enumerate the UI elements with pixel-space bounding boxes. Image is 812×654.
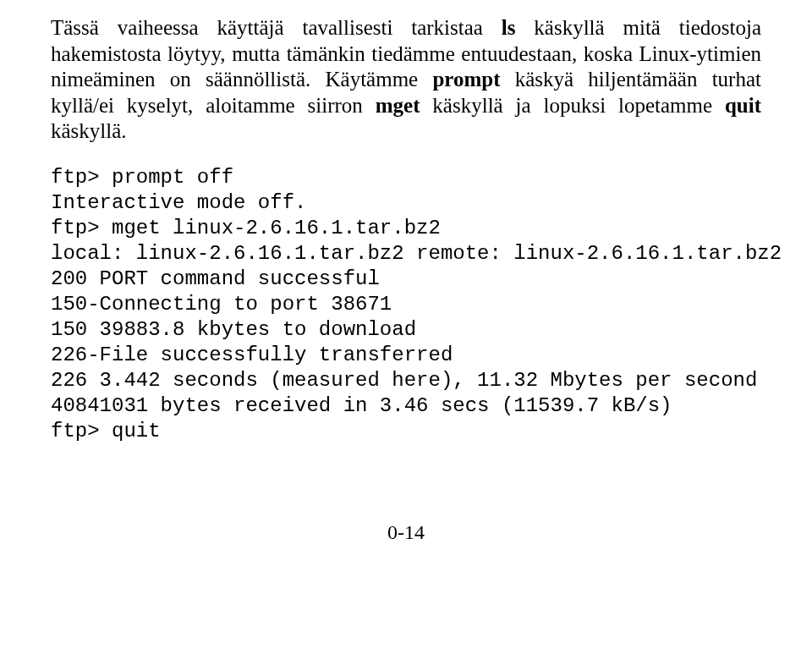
terminal-line: local: linux-2.6.16.1.tar.bz2 remote: li… <box>51 241 761 267</box>
terminal-line: 150 39883.8 kbytes to download <box>51 317 761 343</box>
terminal-line: 150-Connecting to port 38671 <box>51 292 761 317</box>
terminal-line: ftp> prompt off <box>51 165 761 190</box>
body-paragraph: Tässä vaiheessa käyttäjä tavallisesti ta… <box>51 15 761 145</box>
cmd-mget: mget <box>376 94 420 117</box>
page-number: 0-14 <box>51 520 761 545</box>
cmd-prompt: prompt <box>432 68 500 91</box>
text-segment: käskyllä. <box>51 119 127 142</box>
terminal-line: 200 PORT command successful <box>51 267 761 292</box>
page: Tässä vaiheessa käyttäjä tavallisesti ta… <box>0 0 812 654</box>
terminal-line: ftp> mget linux-2.6.16.1.tar.bz2 <box>51 216 761 241</box>
text-segment: käskyllä ja lopuksi lopetamme <box>420 94 724 117</box>
cmd-quit: quit <box>725 94 761 117</box>
text-segment: Tässä vaiheessa käyttäjä tavallisesti ta… <box>51 16 502 39</box>
terminal-line: 226 3.442 seconds (measured here), 11.32… <box>51 368 761 393</box>
cmd-ls: ls <box>502 16 516 39</box>
terminal-line: Interactive mode off. <box>51 190 761 216</box>
terminal-line: 226-File successfully transferred <box>51 343 761 368</box>
terminal-line: 40841031 bytes received in 3.46 secs (11… <box>51 393 761 419</box>
terminal-line: ftp> quit <box>51 419 761 444</box>
